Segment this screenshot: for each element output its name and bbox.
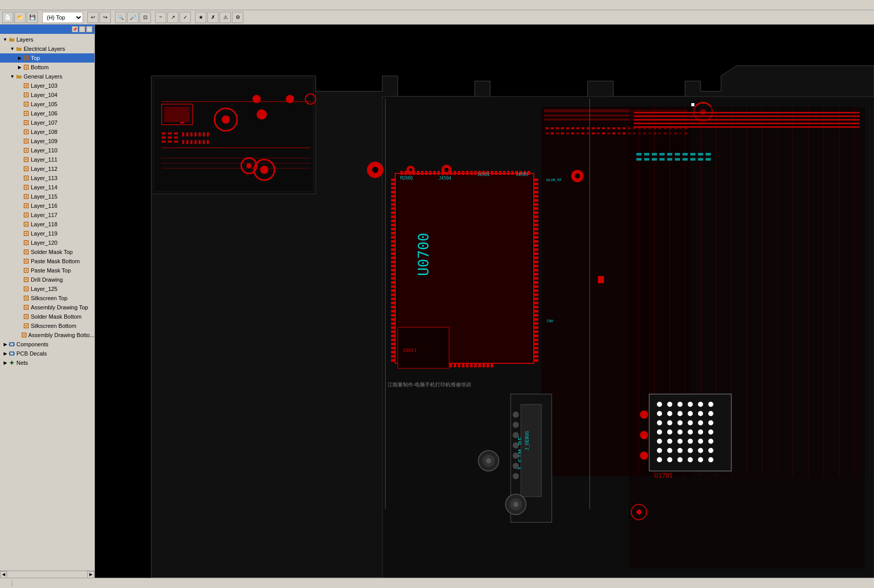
pcb-canvas[interactable]: U0700 [95, 25, 874, 578]
layer-icon-smtop [23, 248, 30, 256]
redo-button[interactable]: ↪ [100, 12, 111, 23]
interactive-route-button[interactable]: ↗ [167, 12, 179, 23]
save-button[interactable]: 💾 [27, 12, 38, 23]
tree-item-adtop[interactable]: Assembly Drawing Top [0, 303, 94, 312]
svg-rect-292 [546, 132, 549, 134]
status-bar [0, 578, 874, 588]
tree-item-sstop[interactable]: Silkscreen Top [0, 293, 94, 303]
svg-rect-123 [433, 171, 436, 175]
tree-item-layers[interactable]: ▼Layers [0, 35, 94, 44]
main-layout: 📌 _ × ▼Layers▼Electrical Layers▶Top▶Bott… [0, 25, 874, 578]
menu-view[interactable] [14, 4, 21, 6]
tree-item-l113[interactable]: Layer_113 [0, 173, 94, 183]
svg-rect-128 [454, 171, 456, 175]
svg-rect-279 [623, 127, 626, 129]
svg-rect-265 [551, 127, 554, 129]
layer-icon-bottom [23, 64, 30, 71]
tree-item-l104[interactable]: Layer_104 [0, 90, 94, 100]
sidebar-content[interactable]: ▼Layers▼Electrical Layers▶Top▶Bottom▼Gen… [0, 34, 94, 571]
svg-point-427 [640, 452, 648, 460]
tree-item-l112[interactable]: Layer_112 [0, 164, 94, 173]
menu-tools[interactable] [27, 4, 33, 6]
tree-item-l108[interactable]: Layer_108 [0, 127, 94, 136]
sidebar-close-button[interactable]: × [86, 26, 92, 32]
svg-rect-202 [391, 310, 395, 312]
tree-item-ssbot[interactable]: Silkscreen Bottom [0, 321, 94, 330]
tree-item-l115[interactable]: Layer_115 [0, 192, 94, 201]
tree-item-nets[interactable]: ▶Nets [0, 358, 94, 367]
svg-rect-369 [698, 153, 703, 155]
svg-rect-367 [683, 153, 688, 155]
tree-item-general[interactable]: ▼General Layers [0, 72, 94, 81]
svg-point-406 [657, 439, 662, 444]
scroll-right[interactable]: ▶ [87, 571, 94, 578]
tree-item-l125[interactable]: Layer_125 [0, 284, 94, 293]
highlight-button[interactable]: ★ [195, 12, 206, 23]
menu-edit[interactable] [8, 4, 14, 6]
drc-button[interactable]: ⚠ [220, 12, 231, 23]
tree-item-l103[interactable]: Layer_103 [0, 81, 94, 90]
toolbar: 📄 📂 💾 (H) Top ↩ ↪ 🔍 🔎 ⊡ ~ ↗ ✓ ★ ✗ ⚠ ⚙ [0, 10, 874, 25]
undo-button[interactable]: ↩ [87, 12, 99, 23]
svg-rect-188 [391, 252, 395, 255]
clear-button[interactable]: ✗ [207, 12, 219, 23]
svg-rect-177 [391, 207, 395, 210]
scroll-left[interactable]: ◀ [0, 571, 7, 578]
sidebar-pin-button[interactable]: 📌 [72, 26, 78, 32]
svg-point-331 [409, 168, 412, 171]
tree-item-l114[interactable]: Layer_114 [0, 183, 94, 192]
scroll-track[interactable] [7, 571, 87, 578]
tree-item-drill[interactable]: Drill Drawing [0, 275, 94, 284]
menu-help[interactable] [33, 4, 39, 6]
svg-point-329 [372, 167, 378, 173]
tree-item-pcbdecals[interactable]: ▶PCB Decals [0, 349, 94, 358]
layer-icon-l114 [23, 184, 30, 191]
tree-item-l120[interactable]: Layer_120 [0, 238, 94, 247]
tree-item-adbot[interactable]: Assembly Drawing Botto... [0, 330, 94, 340]
menu-file[interactable] [2, 4, 8, 6]
zoom-fit-button[interactable]: ⊡ [140, 12, 151, 23]
svg-rect-167 [482, 363, 485, 367]
tree-item-components[interactable]: ▶Components [0, 340, 94, 349]
tree-item-smbot[interactable]: Solder Mask Bottom [0, 312, 94, 321]
svg-rect-304 [607, 132, 610, 134]
tree-item-l107[interactable]: Layer_107 [0, 118, 94, 127]
tree-item-l110[interactable]: Layer_110 [0, 146, 94, 155]
tree-item-l119[interactable]: Layer_119 [0, 229, 94, 238]
tree-item-l116[interactable]: Layer_116 [0, 201, 94, 210]
tree-item-top[interactable]: ▶Top [0, 53, 94, 63]
svg-rect-86 [174, 132, 178, 134]
svg-point-383 [667, 402, 672, 407]
svg-rect-161 [458, 363, 460, 367]
svg-rect-243 [534, 293, 538, 296]
tree-item-l117[interactable]: Layer_117 [0, 210, 94, 220]
tree-item-electrical[interactable]: ▼Electrical Layers [0, 44, 94, 53]
tree-item-l106[interactable]: Layer_106 [0, 109, 94, 118]
svg-rect-219 [534, 195, 538, 198]
svg-point-420 [677, 457, 683, 462]
route-button[interactable]: ~ [155, 12, 166, 23]
sidebar-minimize-button[interactable]: _ [79, 26, 85, 32]
menu-setup[interactable] [21, 4, 27, 6]
tree-item-l109[interactable]: Layer_109 [0, 136, 94, 146]
tree-item-smtop[interactable]: Solder Mask Top [0, 247, 94, 257]
svg-rect-91 [168, 141, 172, 143]
tree-item-pmbot[interactable]: Paste Mask Bottom [0, 257, 94, 266]
tree-label-components: Components [16, 341, 48, 347]
svg-rect-296 [566, 132, 569, 134]
tree-item-l118[interactable]: Layer_118 [0, 220, 94, 229]
open-button[interactable]: 📂 [14, 12, 26, 23]
tree-item-l111[interactable]: Layer_111 [0, 155, 94, 164]
check-button[interactable]: ✓ [180, 12, 191, 23]
svg-rect-267 [561, 127, 564, 129]
zoom-out-button[interactable]: 🔎 [127, 12, 139, 23]
new-button[interactable]: 📄 [2, 12, 13, 23]
tree-item-bottom[interactable]: ▶Bottom [0, 63, 94, 72]
zoom-in-button[interactable]: 🔍 [115, 12, 126, 23]
svg-rect-173 [391, 191, 395, 193]
tree-item-pmtop[interactable]: Paste Mask Top [0, 266, 94, 275]
layer-dropdown[interactable]: (H) Top [42, 12, 83, 23]
svg-rect-444 [589, 99, 590, 509]
tree-item-l105[interactable]: Layer_105 [0, 100, 94, 109]
settings-button[interactable]: ⚙ [232, 12, 243, 23]
